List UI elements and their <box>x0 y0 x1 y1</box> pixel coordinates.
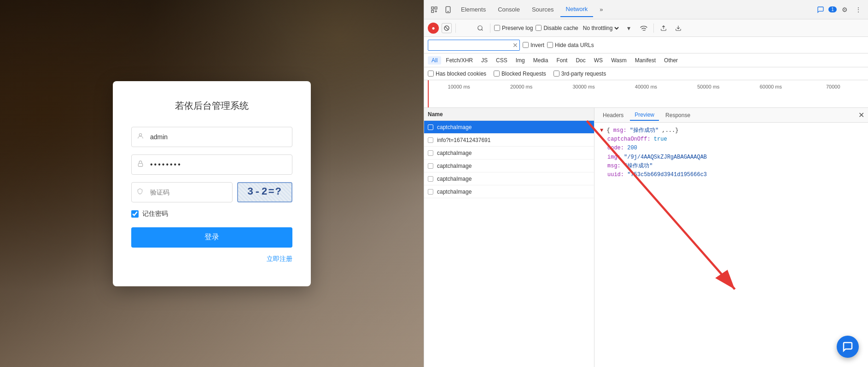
remember-row: 记住密码 <box>131 210 292 218</box>
disable-cache-checkbox[interactable] <box>536 25 542 31</box>
type-btn-xhr[interactable]: Fetch/XHR <box>442 56 477 65</box>
timeline-10k: 10000 ms <box>428 84 490 89</box>
json-msg-line: msg: "操作成功" <box>607 162 862 171</box>
filter-input-wrap: ✕ <box>428 40 520 51</box>
timeline-30k: 30000 ms <box>553 84 615 89</box>
inspect-icon[interactable] <box>428 3 441 16</box>
tab-preview[interactable]: Preview <box>630 110 659 121</box>
json-img-line: img: "/9j/4AAQSkZJRgABAGAAAQAB <box>607 153 862 162</box>
tab-sources[interactable]: Sources <box>526 2 559 17</box>
type-btn-img[interactable]: Img <box>512 56 529 65</box>
blocked-cookies-checkbox[interactable] <box>428 71 434 77</box>
svg-rect-4 <box>431 10 434 12</box>
request-item-4[interactable]: captchaImage <box>424 172 594 185</box>
type-btn-font[interactable]: Font <box>553 56 571 65</box>
timeline-labels: 10000 ms 20000 ms 30000 ms 40000 ms 5000… <box>424 84 868 89</box>
req-checkbox-5 <box>428 189 433 195</box>
filter-input[interactable] <box>428 40 520 51</box>
upload-icon[interactable] <box>658 22 670 34</box>
req-checkbox-1 <box>428 137 433 143</box>
tab-response[interactable]: Response <box>661 110 695 120</box>
json-fields: captchaOnOff: true code: 200 img: "/9j/4… <box>600 135 862 179</box>
filter-icon[interactable] <box>460 22 472 34</box>
download-icon[interactable] <box>672 22 684 34</box>
type-btn-doc[interactable]: Doc <box>572 56 589 65</box>
type-btn-js[interactable]: JS <box>478 56 491 65</box>
invert-label[interactable]: Invert <box>523 42 544 48</box>
type-btn-wasm[interactable]: Wasm <box>607 56 630 65</box>
record-button[interactable]: ● <box>428 23 439 34</box>
preserve-log-label[interactable]: Preserve log <box>494 25 533 31</box>
hide-urls-checkbox[interactable] <box>547 42 553 48</box>
request-item-0[interactable]: captchaImage <box>424 121 594 134</box>
third-party-checkbox[interactable] <box>553 71 559 77</box>
remember-checkbox[interactable] <box>131 210 139 218</box>
type-filter-bar: All Fetch/XHR JS CSS Img Media Font Doc … <box>424 53 868 67</box>
type-btn-media[interactable]: Media <box>530 56 552 65</box>
type-btn-all[interactable]: All <box>428 56 441 65</box>
search-icon[interactable] <box>474 22 486 34</box>
chevron-down-icon[interactable]: ▾ <box>623 22 635 34</box>
type-btn-manifest[interactable]: Manifest <box>631 56 659 65</box>
request-item-5[interactable]: captchaImage <box>424 185 594 198</box>
register-link[interactable]: 立即注册 <box>131 255 292 263</box>
request-item-1[interactable]: info?t=167412437691 <box>424 134 594 147</box>
panel-close-icon[interactable]: ✕ <box>858 111 864 119</box>
request-item-3[interactable]: captchaImage <box>424 160 594 172</box>
more-options-icon[interactable]: ⋮ <box>852 4 864 16</box>
blocked-cookies-text: Has blocked cookies <box>436 71 486 77</box>
preserve-log-checkbox[interactable] <box>494 25 500 31</box>
req-name-0: captchaImage <box>437 124 590 130</box>
tab-headers[interactable]: Headers <box>598 110 628 120</box>
password-input[interactable] <box>131 154 292 175</box>
username-input[interactable] <box>131 127 292 147</box>
type-btn-ws[interactable]: WS <box>590 56 606 65</box>
response-content: ▼ { msg: "操作成功" ,...} captchaOnOff: true… <box>594 123 868 367</box>
svg-rect-3 <box>435 7 437 9</box>
type-btn-other[interactable]: Other <box>660 56 682 65</box>
req-checkbox-4 <box>428 176 433 182</box>
third-party-label[interactable]: 3rd-party requests <box>553 71 606 77</box>
blocked-requests-checkbox[interactable] <box>494 71 500 77</box>
timeline-red-bar <box>428 80 429 107</box>
hide-urls-label[interactable]: Hide data URLs <box>547 42 594 48</box>
throttle-select[interactable]: No throttling <box>581 24 620 32</box>
req-checkbox-2 <box>428 150 433 156</box>
svg-rect-1 <box>138 163 142 166</box>
filter-clear-icon[interactable]: ✕ <box>513 41 518 49</box>
chat-icon[interactable] <box>815 4 827 16</box>
req-name-3: captchaImage <box>437 163 590 169</box>
captcha-text-input[interactable] <box>131 182 233 202</box>
devtools-tab-bar: Elements Console Sources Network » 1 ⚙ ⋮ <box>424 0 868 19</box>
request-item-2[interactable]: captchaImage <box>424 147 594 160</box>
wifi-icon[interactable] <box>638 22 650 34</box>
filter-bar: ✕ Invert Hide data URLs <box>424 37 868 53</box>
tab-elements-label: Elements <box>461 6 486 13</box>
device-icon[interactable] <box>442 3 454 16</box>
tab-console[interactable]: Console <box>492 2 525 17</box>
disable-cache-label[interactable]: Disable cache <box>536 25 578 31</box>
invert-checkbox[interactable] <box>523 42 529 48</box>
devtools-panel: Elements Console Sources Network » 1 ⚙ ⋮… <box>424 0 868 367</box>
stop-button[interactable] <box>442 23 452 33</box>
tab-elements[interactable]: Elements <box>455 2 491 17</box>
tab-network[interactable]: Network <box>560 2 594 17</box>
svg-point-6 <box>448 11 448 12</box>
login-title: 若依后台管理系统 <box>131 100 292 112</box>
preserve-log-text: Preserve log <box>502 25 533 31</box>
login-button[interactable]: 登录 <box>131 227 292 248</box>
floating-action-button[interactable] <box>837 336 859 358</box>
settings-icon[interactable]: ⚙ <box>839 4 851 16</box>
svg-line-8 <box>445 27 448 30</box>
tab-console-label: Console <box>498 6 520 13</box>
timeline-50k: 50000 ms <box>677 84 740 89</box>
captcha-image[interactable]: 3-2=? <box>237 182 292 202</box>
blocked-requests-label[interactable]: Blocked Requests <box>494 71 546 77</box>
devtools-right-controls: 1 ⚙ ⋮ <box>815 4 864 16</box>
type-btn-css[interactable]: CSS <box>492 56 511 65</box>
tab-more[interactable]: » <box>594 2 608 17</box>
hide-urls-text: Hide data URLs <box>555 42 594 48</box>
timeline-60k: 60000 ms <box>740 84 802 89</box>
svg-point-0 <box>139 133 141 136</box>
blocked-cookies-label[interactable]: Has blocked cookies <box>428 71 486 77</box>
